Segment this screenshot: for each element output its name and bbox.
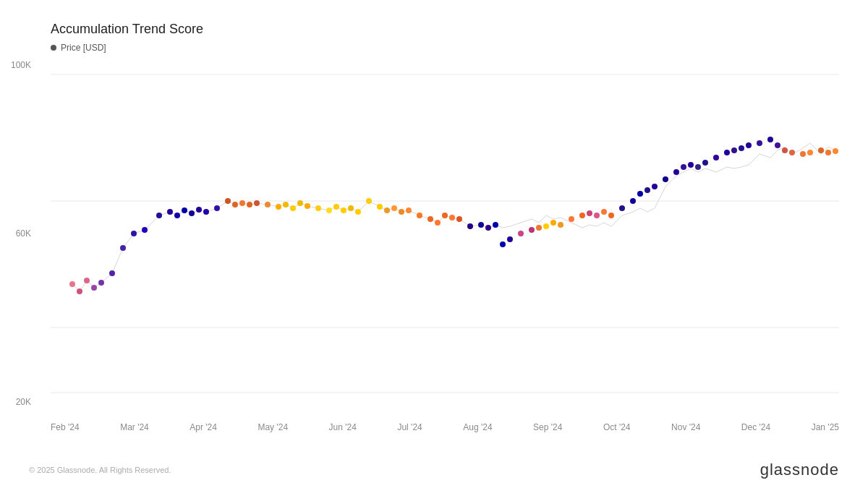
svg-point-6 [84,278,90,283]
x-label-dec24: Dec '24 [741,422,770,432]
svg-point-13 [156,213,162,218]
svg-point-52 [485,225,491,231]
svg-point-48 [449,215,455,221]
svg-point-93 [833,148,838,154]
svg-point-74 [673,169,679,175]
svg-point-88 [789,150,795,155]
svg-point-7 [91,285,97,291]
svg-point-49 [456,216,462,222]
x-label-may24: May '24 [258,422,288,432]
x-label-apr24: Apr '24 [190,422,217,432]
svg-point-85 [767,137,773,142]
svg-point-41 [391,205,397,211]
svg-point-26 [265,202,271,207]
chart-area: 100K 60K 20K [51,60,839,407]
y-label-20k: 20K [11,397,31,407]
svg-point-54 [500,241,506,247]
svg-point-57 [529,227,535,233]
legend-label: Price [USD] [61,43,106,53]
x-label-jun24: Jun '24 [329,422,357,432]
svg-point-33 [326,207,332,213]
legend: Price [USD] [51,43,839,53]
svg-point-56 [518,231,524,236]
svg-point-75 [681,164,686,170]
svg-point-25 [254,200,260,206]
svg-point-8 [98,280,104,286]
svg-point-89 [800,151,806,157]
svg-point-45 [427,216,433,222]
svg-point-77 [695,164,701,170]
svg-point-67 [608,213,614,218]
svg-point-44 [417,213,422,218]
svg-point-51 [478,222,484,228]
svg-point-66 [601,209,607,215]
svg-point-70 [637,191,643,197]
x-label-feb24: Feb '24 [51,422,80,432]
svg-point-50 [467,223,473,229]
svg-point-91 [818,147,824,153]
svg-point-23 [239,200,245,206]
svg-point-40 [384,207,390,213]
svg-point-16 [182,207,187,213]
svg-point-12 [142,227,148,233]
x-label-sep24: Sep '24 [533,422,562,432]
x-label-jul24: Jul '24 [397,422,422,432]
svg-point-92 [825,150,831,155]
svg-point-22 [232,202,238,207]
svg-point-79 [713,155,719,160]
svg-point-17 [189,210,195,216]
chart-svg [51,60,839,407]
svg-point-76 [688,162,694,168]
svg-point-73 [663,176,668,182]
svg-point-58 [536,225,542,231]
x-label-aug24: Aug '24 [463,422,492,432]
svg-point-82 [739,145,744,151]
svg-point-90 [807,150,813,155]
svg-point-83 [746,142,752,148]
svg-point-55 [507,236,513,242]
svg-point-29 [290,205,296,211]
svg-point-31 [305,203,310,209]
svg-point-24 [247,202,252,207]
chart-container: Accumulation Trend Score Price [USD] 100… [0,0,868,488]
svg-point-68 [619,205,625,211]
svg-point-21 [225,198,231,204]
svg-point-87 [782,147,788,153]
svg-point-69 [630,198,636,204]
svg-point-59 [543,223,549,229]
x-label-jan25: Jan '25 [812,422,839,432]
svg-point-9 [109,270,115,276]
svg-point-72 [652,184,658,189]
svg-point-19 [203,209,209,215]
svg-point-46 [435,220,441,226]
x-axis-labels: Feb '24 Mar '24 Apr '24 May '24 Jun '24 … [51,422,839,432]
x-label-oct24: Oct '24 [603,422,631,432]
svg-point-28 [283,202,289,207]
svg-point-20 [214,205,220,211]
svg-point-43 [406,207,412,213]
svg-point-32 [315,205,321,211]
svg-point-62 [569,216,574,222]
svg-point-35 [341,207,346,213]
svg-point-18 [196,207,202,213]
svg-point-34 [333,204,339,210]
svg-point-80 [724,150,730,155]
y-label-100k: 100K [11,60,31,70]
svg-point-47 [442,213,448,218]
svg-point-53 [493,222,498,228]
svg-point-14 [167,209,173,215]
footer: © 2025 Glassnode. All Rights Reserved. g… [29,461,839,479]
svg-point-4 [69,281,75,287]
y-label-60k: 60K [11,228,31,239]
svg-point-61 [558,222,563,228]
svg-point-60 [550,220,556,226]
y-axis-labels: 100K 60K 20K [11,60,31,407]
brand-logo: glassnode [760,461,839,479]
svg-point-37 [355,209,361,215]
svg-point-39 [377,204,383,210]
x-label-mar24: Mar '24 [120,422,149,432]
svg-point-27 [276,204,281,210]
svg-point-11 [131,231,137,236]
svg-point-36 [348,205,354,211]
svg-point-42 [399,209,404,215]
